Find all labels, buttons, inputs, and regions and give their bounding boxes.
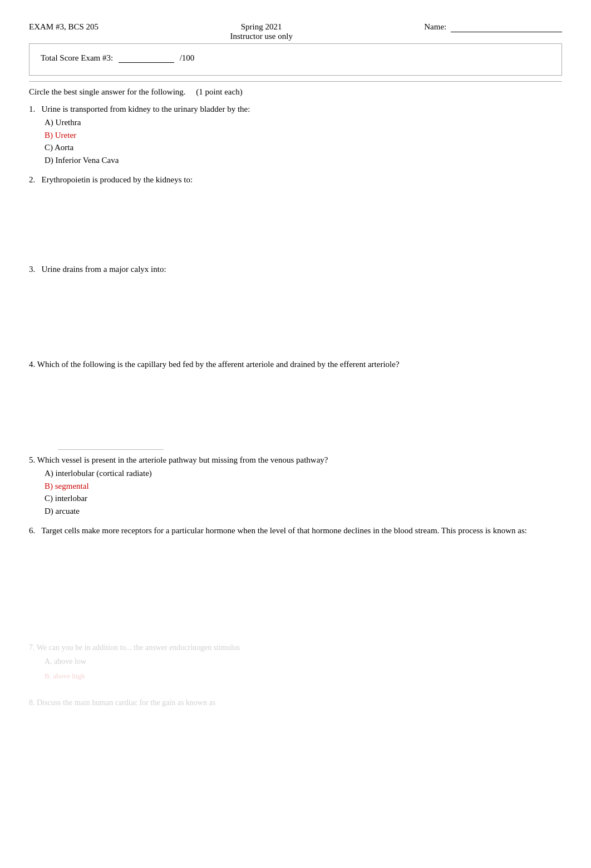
exam-title: EXAM #3, BCS 205: [29, 22, 98, 32]
q3-body: Urine drains from a major calyx into:: [42, 265, 166, 274]
blurred-q8: 8. Discuss the main human cardiac for th…: [29, 698, 562, 707]
score-max: /100: [180, 53, 195, 62]
q5-choice-d: D) arcuate: [45, 505, 562, 518]
q2-body: Erythropoietin is produced by the kidney…: [42, 175, 193, 184]
divider: [29, 81, 562, 82]
blurred-q7-choice-b: B. above high: [45, 671, 562, 682]
page-header: EXAM #3, BCS 205 Spring 2021 Instructor …: [29, 22, 562, 41]
q6-body: Target cells make more receptors for a p…: [41, 526, 527, 535]
blurred-q7-choice-a: A. above low: [45, 656, 562, 667]
blurred-q8-text: 8. Discuss the main human cardiac for th…: [29, 698, 562, 707]
header-center: Spring 2021 Instructor use only: [98, 22, 424, 41]
total-score-row: Total Score Exam #3: /100: [41, 48, 550, 67]
instructor-label: Instructor use only: [110, 32, 413, 41]
score-line: [119, 53, 174, 63]
q5-number: 5.: [29, 455, 37, 464]
q5-body: Which vessel is present in the arteriole…: [37, 455, 328, 464]
name-label: Name:: [424, 22, 446, 31]
blurred-q7-text: 7. We can you be in addition to... the a…: [29, 643, 562, 652]
q1-body: Urine is transported from kidney to the …: [42, 105, 250, 113]
q5-choice-b: B) segmental: [45, 480, 562, 493]
total-score-label: Total Score Exam #3:: [41, 53, 113, 62]
q4-body: Which of the following is the capillary …: [37, 360, 400, 369]
q1-number: 1.: [29, 105, 40, 113]
question-6: 6. Target cells make more receptors for …: [29, 526, 562, 638]
q6-number: 6.: [29, 526, 40, 535]
semester: Spring 2021: [110, 22, 413, 32]
question-1-text: 1. Urine is transported from kidney to t…: [29, 105, 562, 114]
q4-number: 4.: [29, 360, 37, 369]
q1-choice-b: B) Ureter: [45, 129, 562, 142]
instructor-box: Total Score Exam #3: /100: [29, 43, 562, 76]
question-4-text: 4. Which of the following is the capilla…: [29, 360, 562, 369]
question-2-text: 2. Erythropoietin is produced by the kid…: [29, 175, 562, 185]
question-1: 1. Urine is transported from kidney to t…: [29, 105, 562, 166]
q5-choice-a: A) interlobular (cortical radiate): [45, 467, 562, 480]
question-5: 5. Which vessel is present in the arteri…: [29, 455, 562, 517]
q1-choice-c: C) Aorta: [45, 141, 562, 154]
q1-choice-d: D) Inferior Vena Cava: [45, 154, 562, 167]
question-4: 4. Which of the following is the capilla…: [29, 360, 562, 450]
question-3-text: 3. Urine drains from a major calyx into:: [29, 265, 562, 274]
name-line: [451, 22, 562, 32]
q5-choice-c: C) interlobar: [45, 492, 562, 505]
q2-number: 2.: [29, 175, 40, 184]
instructions: Circle the best single answer for the fo…: [29, 87, 562, 97]
name-field: Name:: [424, 22, 562, 32]
question-6-text: 6. Target cells make more receptors for …: [29, 526, 562, 535]
question-3: 3. Urine drains from a major calyx into:: [29, 265, 562, 354]
instruction-text: Circle the best single answer for the fo…: [29, 87, 186, 96]
instruction-points: (1 point each): [196, 87, 242, 96]
question-2: 2. Erythropoietin is produced by the kid…: [29, 175, 562, 259]
question-5-text: 5. Which vessel is present in the arteri…: [29, 455, 562, 465]
q3-number: 3.: [29, 265, 40, 274]
q1-choice-a: A) Urethra: [45, 116, 562, 129]
blurred-q7: 7. We can you be in addition to... the a…: [29, 643, 562, 682]
